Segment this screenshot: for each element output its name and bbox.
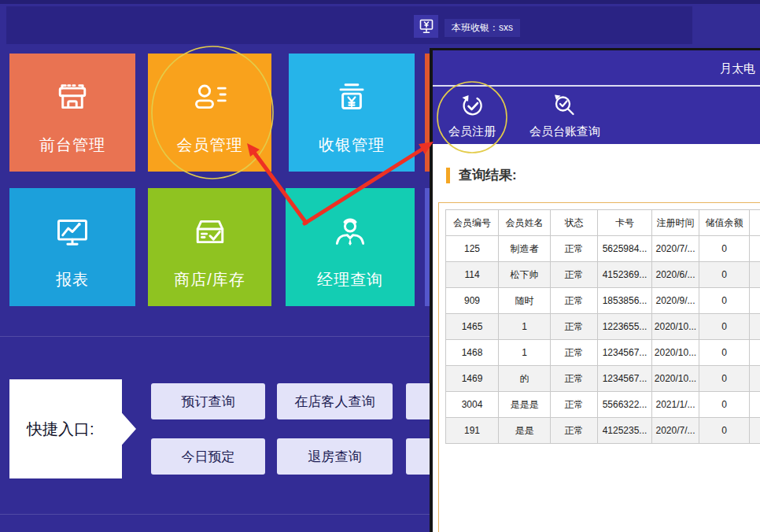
- member-module-panel: 月太电 会员注册: [430, 48, 760, 532]
- table-cell: 125: [446, 236, 499, 262]
- table-cell: 随时: [499, 288, 551, 314]
- table-cell: 制造者: [499, 236, 551, 262]
- tab-member-ledger-query[interactable]: 会员台账查询: [521, 94, 609, 139]
- topbar: 本班收银：sxs: [6, 6, 692, 44]
- tile-label: 经理查询: [317, 269, 383, 290]
- inventory-box-icon: [188, 212, 232, 257]
- table-cell: 1: [499, 340, 551, 366]
- cashier-monitor-icon: [414, 15, 438, 38]
- tile-manager-query[interactable]: 经理查询: [286, 188, 415, 306]
- tab-member-register[interactable]: 会员注册: [441, 94, 504, 139]
- table-cell: 0: [699, 236, 750, 262]
- table-row[interactable]: 191是是正常4125235...2020/7/...0: [446, 418, 760, 444]
- panel-title: 月太电: [720, 61, 755, 76]
- reservation-query-button[interactable]: 预订查询: [151, 383, 265, 419]
- table-cell: 0: [699, 288, 750, 314]
- table-cell: 114: [446, 262, 499, 288]
- tile-label: 报表: [56, 269, 89, 290]
- tile-label: 商店/库存: [174, 269, 245, 290]
- current-cashier-label: 本班收银：sxs: [445, 19, 520, 37]
- in-house-guest-query-button[interactable]: 在店客人查询: [277, 383, 393, 419]
- tab-label: 会员注册: [448, 124, 496, 139]
- report-board-icon: [50, 212, 94, 257]
- tile-reports[interactable]: 报表: [9, 188, 135, 306]
- table-cell: 正常: [551, 418, 598, 444]
- table-row[interactable]: 909随时正常1853856...2020/9/...0: [446, 288, 760, 314]
- table-cell: 2021/1/...: [652, 392, 699, 418]
- table-cell: 0: [699, 392, 750, 418]
- table-cell: 3004: [446, 392, 499, 418]
- table-cell: 0: [699, 418, 750, 444]
- table-header-cell: 储值余额: [699, 210, 750, 236]
- table-cell: 2020/10...: [652, 366, 699, 392]
- member-table-container: 会员编号会员姓名状态卡号注册时间储值余额 125制造者正常5625984...2…: [438, 202, 760, 532]
- table-cell: 1468: [446, 340, 499, 366]
- table-cell: 2020/10...: [652, 314, 699, 340]
- table-cell: 2020/7/...: [652, 418, 699, 444]
- table-cell: 正常: [551, 288, 598, 314]
- today-booking-button[interactable]: 今日预定: [151, 438, 265, 475]
- table-row[interactable]: 3004是是是正常5566322...2021/1/...0: [446, 392, 760, 418]
- app-window: 本班收银：sxs 前台管理 会员管理: [0, 0, 760, 532]
- table-cell: 是是: [499, 418, 551, 444]
- table-cell: [750, 366, 760, 392]
- cash-register-icon: [330, 78, 374, 122]
- table-cell: 5566322...: [598, 392, 652, 418]
- table-cell: [750, 236, 760, 262]
- table-header-cell: 会员姓名: [499, 210, 551, 236]
- table-cell: 正常: [551, 314, 598, 340]
- tile-front-desk[interactable]: 前台管理: [9, 54, 135, 172]
- table-header-cell: [750, 210, 760, 236]
- table-cell: 正常: [551, 262, 598, 288]
- table-cell: 2020/10...: [652, 340, 699, 366]
- table-cell: 2020/6/...: [652, 262, 699, 288]
- table-cell: 0: [699, 340, 750, 366]
- table-cell: 1469: [446, 366, 499, 392]
- tile-cashier-management[interactable]: 收银管理: [289, 54, 415, 172]
- table-cell: 191: [446, 418, 499, 444]
- table-header-cell: 注册时间: [652, 210, 699, 236]
- table-cell: 4152369...: [598, 262, 652, 288]
- query-result-heading: 查询结果:: [446, 166, 517, 184]
- table-row[interactable]: 14651正常1223655...2020/10...0: [446, 314, 760, 340]
- storefront-icon: [50, 78, 94, 122]
- tile-member-management[interactable]: 会员管理: [148, 54, 271, 172]
- table-cell: 2020/9/...: [652, 288, 699, 314]
- table-cell: 1234567...: [598, 366, 652, 392]
- table-cell: [750, 392, 760, 418]
- member-register-icon: [459, 94, 485, 122]
- table-cell: 4125235...: [598, 418, 652, 444]
- table-cell: [750, 418, 760, 444]
- table-cell: [750, 340, 760, 366]
- table-cell: [750, 314, 760, 340]
- table-cell: [750, 262, 760, 288]
- table-row[interactable]: 1469的正常1234567...2020/10...0: [446, 366, 760, 392]
- panel-tabbar: 会员注册 会员台账查询: [433, 87, 760, 144]
- table-cell: 1234567...: [598, 340, 652, 366]
- tile-label: 会员管理: [177, 135, 243, 156]
- table-cell: 1465: [446, 314, 499, 340]
- table-row[interactable]: 14681正常1234567...2020/10...0: [446, 340, 760, 366]
- table-cell: 2020/7/...: [652, 236, 699, 262]
- table-header-row: 会员编号会员姓名状态卡号注册时间储值余额: [446, 210, 760, 236]
- tile-shop-inventory[interactable]: 商店/库存: [148, 188, 271, 306]
- table-cell: 正常: [551, 392, 598, 418]
- table-row[interactable]: 125制造者正常5625984...2020/7/...0: [446, 236, 760, 262]
- table-row[interactable]: 114松下帅正常4152369...2020/6/...0: [446, 262, 760, 288]
- tab-label: 会员台账查询: [529, 124, 600, 139]
- table-cell: 正常: [551, 236, 598, 262]
- table-cell: 909: [446, 288, 499, 314]
- table-cell: 0: [699, 314, 750, 340]
- quick-entry-callout: 快捷入口:: [9, 379, 136, 478]
- table-cell: 正常: [551, 340, 598, 366]
- table-cell: 1853856...: [598, 288, 652, 314]
- table-header-cell: 会员编号: [446, 210, 499, 236]
- table-header-cell: 卡号: [598, 210, 652, 236]
- table-cell: 松下帅: [499, 262, 551, 288]
- heading-accent-bar: [446, 168, 450, 183]
- table-cell: 1223655...: [598, 314, 652, 340]
- tile-label: 前台管理: [39, 135, 105, 156]
- table-cell: [750, 288, 760, 314]
- table-cell: 1: [499, 314, 551, 340]
- checkout-query-button[interactable]: 退房查询: [277, 438, 393, 475]
